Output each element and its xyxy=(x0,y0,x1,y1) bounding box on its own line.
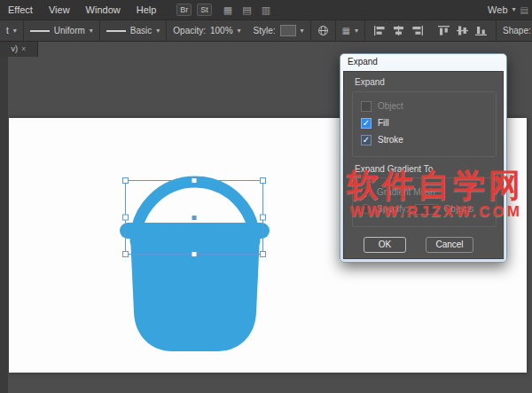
document-setup-button[interactable] xyxy=(311,20,335,41)
menu-effect[interactable]: Effect xyxy=(0,4,41,15)
brush-definition-dropdown[interactable]: Basic ▾ xyxy=(100,20,166,41)
style-swatch[interactable] xyxy=(280,25,296,36)
variable-width-label: Uniform xyxy=(54,26,85,35)
variable-width-dropdown[interactable]: Uniform ▾ xyxy=(24,20,99,41)
align-center-button[interactable] xyxy=(390,20,407,41)
watermark: 软件自学网 WWW.RJZXW.COM xyxy=(347,169,524,221)
brush-stroke-icon xyxy=(106,30,126,32)
align-middle-button[interactable] xyxy=(454,20,471,41)
opacity-control: Opacity: 100% ▾ xyxy=(167,20,246,41)
fill-label: Fill xyxy=(378,118,389,128)
option-row-fill: ✓ Fill xyxy=(353,114,496,131)
align-middle-icon xyxy=(457,26,468,35)
cancel-button[interactable]: Cancel xyxy=(426,237,473,253)
menu-window[interactable]: Window xyxy=(78,4,129,15)
dialog-title-bar[interactable]: Expand xyxy=(340,54,506,70)
menu-view[interactable]: View xyxy=(41,4,78,15)
chevron-down-icon: ▾ xyxy=(238,28,241,35)
layout-icon[interactable]: ▥ xyxy=(262,5,270,15)
object-checkbox xyxy=(361,101,372,112)
opacity-label: Opacity: xyxy=(173,26,206,35)
illustrator-window: Effect View Window Help Br St ▦ ▤ ▥ Web … xyxy=(0,0,532,393)
brush-label: Basic xyxy=(130,26,152,35)
control-bar: t ▾ Uniform ▾ Basic ▾ Opacity: 100% ▾ St… xyxy=(0,20,532,42)
stroke-label: Stroke xyxy=(378,135,403,145)
stroke-profile-icon xyxy=(30,30,50,32)
expand-group-box: Object ✓ Fill ✓ Stroke xyxy=(352,91,497,157)
opacity-value-dropdown[interactable]: 100% xyxy=(210,26,233,35)
option-row-stroke: ✓ Stroke xyxy=(353,131,496,148)
chevron-down-icon: ▾ xyxy=(90,28,93,35)
menu-bar: Effect View Window Help Br St ▦ ▤ ▥ Web … xyxy=(0,0,532,20)
style-control: Style: ▾ xyxy=(247,20,310,41)
app-bar-icons: ▦ ▤ ▥ xyxy=(223,5,270,15)
workspace-label: Web xyxy=(488,4,507,15)
close-icon[interactable]: × xyxy=(21,44,26,53)
object-label: Object xyxy=(378,101,403,111)
style-label: Style: xyxy=(254,26,276,35)
preferences-dropdown[interactable]: ▦ ▾ xyxy=(336,20,364,41)
menu-help[interactable]: Help xyxy=(129,4,165,15)
bucket-rim[interactable] xyxy=(120,223,270,239)
chevron-down-icon: ▾ xyxy=(355,28,358,35)
shape-control: Shape: xyxy=(497,20,532,41)
shape-label: Shape: xyxy=(503,26,531,35)
stock-button[interactable]: St xyxy=(197,4,212,16)
dialog-body: Expand Object ✓ Fill ✓ Stroke Expand Gra… xyxy=(343,71,504,259)
align-left-button[interactable] xyxy=(372,20,388,41)
align-bottom-button[interactable] xyxy=(473,20,489,41)
align-top-icon xyxy=(438,26,450,35)
panels-icon[interactable]: ▤ xyxy=(242,5,251,15)
chevron-down-icon: ▾ xyxy=(13,28,17,35)
expand-dialog: Expand Expand Object ✓ Fill ✓ Stroke Exp… xyxy=(340,53,507,263)
align-right-button[interactable] xyxy=(409,20,426,41)
tools-panel-edge xyxy=(0,57,8,393)
grid-icon: ▦ xyxy=(342,26,350,35)
chevron-down-icon: ▾ xyxy=(156,28,160,35)
stroke-weight-dropdown[interactable]: t ▾ xyxy=(0,20,23,41)
chevron-down-icon: ▾ xyxy=(301,28,304,35)
align-center-icon xyxy=(393,26,404,35)
panel-menu-icon[interactable]: ▤ xyxy=(520,5,528,15)
align-top-button[interactable] xyxy=(435,20,452,41)
selection-center-point[interactable] xyxy=(192,216,197,220)
option-row-object: Object xyxy=(353,98,496,114)
bridge-button[interactable]: Br xyxy=(176,4,192,16)
stroke-weight-value: t xyxy=(6,26,9,35)
align-buttons xyxy=(365,20,496,41)
fill-checkbox[interactable]: ✓ xyxy=(361,118,372,129)
stroke-checkbox[interactable]: ✓ xyxy=(361,135,372,145)
align-bottom-icon xyxy=(475,26,487,35)
document-tab-label: v) xyxy=(12,44,19,53)
arrange-documents-icon[interactable]: ▦ xyxy=(223,5,232,15)
globe-icon xyxy=(317,25,329,36)
align-right-icon xyxy=(411,26,423,35)
watermark-line2: WWW.RJZXW.COM xyxy=(347,203,524,221)
chevron-down-icon: ▾ xyxy=(512,6,516,13)
document-tab[interactable]: v) × xyxy=(0,40,38,57)
workspace-switcher[interactable]: Web ▾ ▤ xyxy=(488,4,532,15)
ok-button[interactable]: OK xyxy=(364,237,406,253)
expand-group-title: Expand xyxy=(355,77,385,87)
align-left-icon xyxy=(374,26,386,35)
watermark-line1: 软件自学网 xyxy=(347,169,524,202)
